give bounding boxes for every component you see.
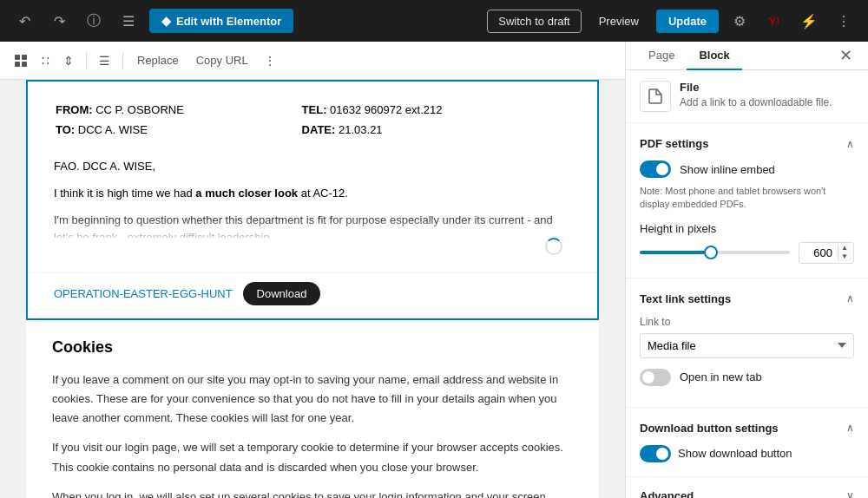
toggle-slider xyxy=(640,161,671,178)
redo-button[interactable]: ↷ xyxy=(45,7,73,35)
link-to-label: Link to xyxy=(640,316,854,328)
open-new-tab-label: Open in new tab xyxy=(680,370,762,383)
drag-handle-button[interactable]: ∷ xyxy=(36,50,55,71)
replace-button[interactable]: Replace xyxy=(130,50,186,70)
settings-button[interactable]: ⚙ xyxy=(726,7,753,35)
download-settings-header: Download button settings ∧ xyxy=(640,422,854,435)
content-area: FROM: CC P. OSBORNE TEL: 01632 960972 ex… xyxy=(0,80,625,498)
block-tab[interactable]: Block xyxy=(687,42,741,70)
file-section-info: File Add a link to a downloadable file. xyxy=(680,81,832,110)
preview-button[interactable]: Preview xyxy=(589,10,649,32)
text-link-chevron[interactable]: ∧ xyxy=(846,292,854,305)
list-view-button[interactable]: ☰ xyxy=(115,7,142,35)
update-button[interactable]: Update xyxy=(656,10,719,33)
open-new-tab-toggle[interactable] xyxy=(640,369,671,386)
cookies-heading: Cookies xyxy=(52,334,573,361)
body-line-1: I think it is high time we had a much cl… xyxy=(54,185,571,203)
cookies-para-1: If you leave a comment on our site you m… xyxy=(52,370,573,428)
advanced-header[interactable]: Advanced ∨ xyxy=(640,489,854,498)
more-options-button[interactable]: ⋮ xyxy=(830,7,858,35)
svg-rect-1 xyxy=(22,55,27,60)
main-layout: ∷ ⇕ ☰ Replace Copy URL ⋮ FROM: CC P. OSB… xyxy=(0,42,868,498)
table-row: TO: DCC A. WISE DATE: 21.03.21 xyxy=(56,121,569,139)
svg-rect-2 xyxy=(15,62,20,67)
edit-elementor-label: Edit with Elementor xyxy=(176,15,281,28)
yoast-button[interactable]: Y! xyxy=(760,7,788,35)
tel-value: 01632 960972 ext.212 xyxy=(330,103,442,116)
download-button[interactable]: Download xyxy=(243,282,321,305)
pdf-settings-section: PDF settings ∧ Show inline embed Note: M… xyxy=(626,123,868,278)
panel-tabs: Page Block ✕ xyxy=(626,42,868,70)
document-body: FAO. DCC A. WISE, I think it is high tim… xyxy=(54,158,571,255)
edit-elementor-button[interactable]: ◆ Edit with Elementor xyxy=(149,9,293,33)
to-label: TO: DCC A. WISE xyxy=(56,121,300,139)
height-slider[interactable] xyxy=(640,251,790,254)
slider-thumb[interactable] xyxy=(704,246,718,259)
to-value: DCC A. WISE xyxy=(78,123,148,136)
file-icon xyxy=(640,81,671,112)
switch-draft-button[interactable]: Switch to draft xyxy=(487,10,581,33)
info-button[interactable]: ⓘ xyxy=(80,7,108,35)
body-fade: I'm beginning to question whether this d… xyxy=(54,212,571,238)
text-link-settings-title: Text link settings xyxy=(640,292,731,305)
advanced-title: Advanced xyxy=(640,489,694,498)
height-increment-button[interactable]: ▲ xyxy=(838,244,851,252)
height-input[interactable] xyxy=(799,243,838,263)
block-toolbar: ∷ ⇕ ☰ Replace Copy URL ⋮ xyxy=(0,42,625,80)
show-download-label: Show download button xyxy=(678,447,792,460)
toolbar-divider-2 xyxy=(122,52,123,69)
file-link[interactable]: OPERATION-EASTER-EGG-HUNT xyxy=(54,287,233,300)
top-bar-left: ↶ ↷ ⓘ ☰ ◆ Edit with Elementor xyxy=(10,7,293,35)
page-tab[interactable]: Page xyxy=(636,42,687,70)
show-inline-label: Show inline embed xyxy=(680,163,775,176)
advanced-chevron[interactable]: ∨ xyxy=(846,489,854,498)
pdf-settings-chevron[interactable]: ∧ xyxy=(846,138,854,150)
panel-close-button[interactable]: ✕ xyxy=(834,43,858,69)
move-up-down-button[interactable]: ⇕ xyxy=(58,50,79,71)
block-type-icon-button[interactable] xyxy=(9,50,33,71)
pdf-settings-title: PDF settings xyxy=(640,137,708,150)
align-button[interactable]: ☰ xyxy=(94,50,115,71)
more-block-options-button[interactable]: ⋮ xyxy=(259,50,281,71)
show-inline-embed-row: Show inline embed xyxy=(640,161,854,178)
right-panel: Page Block ✕ File Add a link to a downlo… xyxy=(625,42,868,498)
fao-line: FAO. DCC A. WISE, xyxy=(54,158,571,176)
height-input-box: ▲ ▼ xyxy=(799,242,854,264)
document-content: FROM: CC P. OSBORNE TEL: 01632 960972 ex… xyxy=(28,82,597,272)
date-value: 21.03.21 xyxy=(339,123,383,136)
show-download-toggle[interactable] xyxy=(640,445,671,462)
toolbar-divider xyxy=(86,52,87,69)
elementor-icon: ◆ xyxy=(161,14,171,28)
svg-rect-3 xyxy=(22,62,27,67)
from-label: FROM: CC P. OSBORNE xyxy=(56,101,300,119)
top-bar: ↶ ↷ ⓘ ☰ ◆ Edit with Elementor Switch to … xyxy=(0,0,868,42)
show-download-slider xyxy=(640,445,671,462)
copy-url-button[interactable]: Copy URL xyxy=(189,50,255,70)
body-line-2: I'm beginning to question whether this d… xyxy=(54,212,571,238)
undo-button[interactable]: ↶ xyxy=(10,7,38,35)
slider-fill xyxy=(640,251,707,254)
show-download-row: Show download button xyxy=(640,445,854,462)
open-new-tab-row: Open in new tab xyxy=(640,369,854,386)
height-row: Height in pixels xyxy=(640,222,854,235)
height-decrement-button[interactable]: ▼ xyxy=(838,252,851,261)
height-spinners: ▲ ▼ xyxy=(838,244,851,261)
download-settings-title: Download button settings xyxy=(640,422,779,435)
download-section: OPERATION-EASTER-EGG-HUNT Download xyxy=(28,272,597,318)
show-inline-toggle[interactable] xyxy=(640,161,671,178)
loading-indicator xyxy=(545,238,562,255)
document-header-table: FROM: CC P. OSBORNE TEL: 01632 960972 ex… xyxy=(54,99,571,141)
download-settings-chevron[interactable]: ∧ xyxy=(846,422,854,434)
cookies-area: Cookies If you leave a comment on our si… xyxy=(26,320,599,498)
text-link-settings-header: Text link settings ∧ xyxy=(640,292,854,305)
cookies-para-2: If you visit our login page, we will set… xyxy=(52,438,573,476)
text-link-settings-section: Text link settings ∧ Link to Media file … xyxy=(626,278,868,408)
link-to-select[interactable]: Media file xyxy=(640,333,854,358)
file-section: File Add a link to a downloadable file. xyxy=(626,70,868,123)
editor-area: ∷ ⇕ ☰ Replace Copy URL ⋮ FROM: CC P. OSB… xyxy=(0,42,625,498)
top-bar-right: Switch to draft Preview Update ⚙ Y! ⚡ ⋮ xyxy=(487,7,858,35)
file-section-description: Add a link to a downloadable file. xyxy=(680,95,832,110)
lightning-button[interactable]: ⚡ xyxy=(795,7,823,35)
date-label: DATE: 21.03.21 xyxy=(302,121,569,139)
link-to-row: Link to Media file xyxy=(640,316,854,358)
